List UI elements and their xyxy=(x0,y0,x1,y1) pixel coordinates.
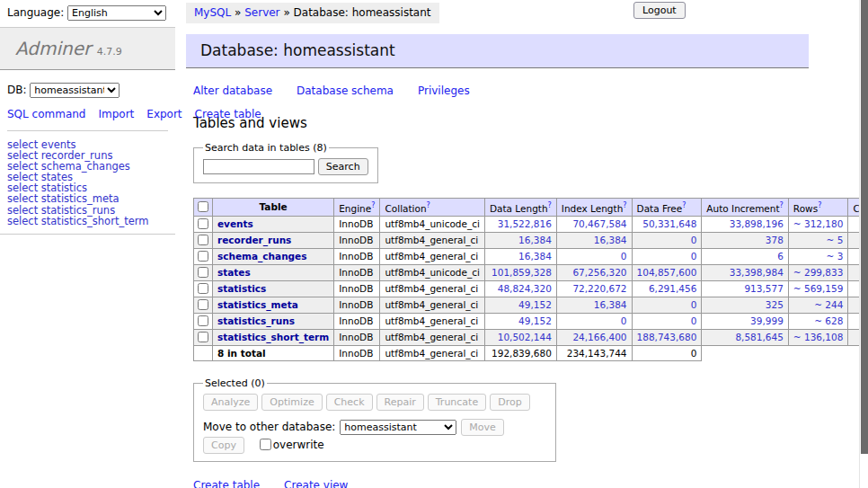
data-length-link[interactable]: 49,152 xyxy=(518,315,552,326)
copy-button[interactable]: Copy xyxy=(203,437,244,454)
auto-increment-link[interactable]: 33,898,196 xyxy=(730,218,784,229)
overwrite-checkbox[interactable] xyxy=(260,439,271,450)
row-checkbox[interactable] xyxy=(198,283,208,294)
link-database-schema[interactable]: Database schema xyxy=(297,84,394,97)
row-checkbox[interactable] xyxy=(198,267,208,278)
data-free-link[interactable]: 104,857,600 xyxy=(637,267,697,278)
select-all-checkbox[interactable] xyxy=(198,201,208,212)
help-link-index-length[interactable]: ? xyxy=(623,201,626,209)
auto-increment-link[interactable]: 6 xyxy=(777,251,784,262)
data-free-link[interactable]: 6,291,456 xyxy=(649,283,696,294)
data-free-link[interactable]: 0 xyxy=(691,235,697,245)
index-length-link[interactable]: 72,220,672 xyxy=(572,283,626,294)
truncate-button[interactable]: Truncate xyxy=(428,394,486,411)
collation-cell: utf8mb4_general_ci xyxy=(380,232,484,248)
rows-count-link[interactable]: ~ 312,180 xyxy=(793,218,844,229)
table-link-recorder-runs[interactable]: recorder_runs xyxy=(217,235,291,245)
language-select[interactable]: English xyxy=(67,5,166,21)
index-length-link[interactable]: 16,384 xyxy=(594,235,627,245)
link-create-view[interactable]: Create view xyxy=(284,479,348,488)
link-alter-database[interactable]: Alter database xyxy=(193,84,272,97)
search-button[interactable]: Search xyxy=(318,158,368,175)
scrollbar-thumb[interactable] xyxy=(861,0,868,454)
auto-increment-link[interactable]: 39,999 xyxy=(750,315,784,326)
db-label: DB: xyxy=(7,84,27,96)
breadcrumb-mysql-link[interactable]: MySQL xyxy=(194,6,231,19)
move-db-select[interactable]: homeassistant xyxy=(340,420,456,435)
index-length-link[interactable]: 70,467,584 xyxy=(572,218,626,229)
vertical-scrollbar[interactable] xyxy=(859,0,868,488)
auto-increment-link[interactable]: 33,398,984 xyxy=(730,267,784,278)
link-create-table[interactable]: Create table xyxy=(193,479,260,488)
help-link-data-length[interactable]: ? xyxy=(548,201,552,209)
help-link-auto-increment[interactable]: ? xyxy=(780,201,784,209)
help-link-collation[interactable]: ? xyxy=(427,201,430,209)
sidebar-action-sql-command[interactable]: SQL command xyxy=(7,108,85,120)
data-length-link[interactable]: 49,152 xyxy=(518,299,552,310)
table-link-events[interactable]: events xyxy=(217,218,253,229)
row-checkbox[interactable] xyxy=(198,218,208,229)
rows-count-link[interactable]: ~ 299,833 xyxy=(793,267,844,278)
data-length-link[interactable]: 16,384 xyxy=(518,251,552,262)
table-link-statistics-meta[interactable]: statistics_meta xyxy=(217,299,298,310)
auto-increment-link[interactable]: 913,577 xyxy=(744,283,783,294)
table-link-statistics-short-term[interactable]: statistics_short_term xyxy=(217,332,329,342)
engine-cell: InnoDB xyxy=(334,216,380,232)
data-length-link[interactable]: 10,502,144 xyxy=(498,332,552,342)
search-input[interactable] xyxy=(203,159,314,174)
rows-count-link[interactable]: ~ 569,159 xyxy=(793,283,844,294)
rows-count-link[interactable]: ~ 3 xyxy=(827,251,844,262)
link-privileges[interactable]: Privileges xyxy=(418,84,470,97)
index-length-link[interactable]: 67,256,320 xyxy=(572,267,626,278)
sidebar-action-import[interactable]: Import xyxy=(98,108,134,120)
row-checkbox[interactable] xyxy=(198,251,208,262)
auto-increment-link[interactable]: 378 xyxy=(766,235,784,245)
data-free-link[interactable]: 50,331,648 xyxy=(642,218,696,229)
auto-increment-link[interactable]: 325 xyxy=(766,299,784,310)
repair-button[interactable]: Repair xyxy=(376,394,424,411)
index-length-link[interactable]: 0 xyxy=(621,315,627,326)
index-length-link[interactable]: 16,384 xyxy=(594,299,627,310)
data-free-link[interactable]: 0 xyxy=(691,299,697,310)
table-link-statistics[interactable]: statistics xyxy=(217,283,266,294)
drop-button[interactable]: Drop xyxy=(490,394,529,411)
db-selector-row: DB: homeassistant xyxy=(0,70,175,100)
data-length-link[interactable]: 101,859,328 xyxy=(492,267,552,278)
table-link-statistics-runs[interactable]: statistics_runs xyxy=(217,315,295,326)
help-superscript: ? xyxy=(623,200,626,209)
help-link-rows[interactable]: ? xyxy=(818,201,821,209)
analyze-button[interactable]: Analyze xyxy=(203,394,258,411)
data-length-link[interactable]: 31,522,816 xyxy=(498,218,552,229)
data-free-link[interactable]: 0 xyxy=(691,315,697,326)
move-button[interactable]: Move xyxy=(461,419,504,436)
index-length-link[interactable]: 0 xyxy=(621,251,627,262)
help-link-engine[interactable]: ? xyxy=(371,201,375,209)
logout-button[interactable]: Logout xyxy=(633,2,686,19)
row-checkbox[interactable] xyxy=(198,315,208,326)
rows-count-link[interactable]: ~ 136,108 xyxy=(793,332,844,342)
data-length-link[interactable]: 48,824,320 xyxy=(498,283,552,294)
sidebar-action-create-table[interactable]: Create table xyxy=(195,108,261,120)
table-link-states[interactable]: states xyxy=(217,267,251,278)
data-free-link[interactable]: 188,743,680 xyxy=(637,332,697,342)
auto-increment-link[interactable]: 8,581,645 xyxy=(735,332,783,342)
sidebar-action-export[interactable]: Export xyxy=(146,108,182,120)
help-link-data-free[interactable]: ? xyxy=(682,201,686,209)
index-length-link[interactable]: 24,166,400 xyxy=(572,332,626,342)
sidebar-link-select-statistics-short-term[interactable]: select statistics_short_term xyxy=(7,215,148,227)
row-checkbox[interactable] xyxy=(198,332,208,342)
data-free-link[interactable]: 0 xyxy=(691,251,697,262)
data-length-link[interactable]: 16,384 xyxy=(518,235,552,245)
table-link-schema-changes[interactable]: schema_changes xyxy=(217,251,307,262)
rows-count-link[interactable]: ~ 5 xyxy=(827,235,844,245)
data-length-cell: 31,522,816 xyxy=(484,216,556,232)
overwrite-option[interactable]: overwrite xyxy=(256,439,324,451)
db-select[interactable]: homeassistant xyxy=(30,83,120,98)
check-button[interactable]: Check xyxy=(326,394,373,411)
row-checkbox[interactable] xyxy=(198,299,208,310)
rows-count-link[interactable]: ~ 244 xyxy=(814,299,843,310)
breadcrumb-server-link[interactable]: Server xyxy=(244,6,279,19)
optimize-button[interactable]: Optimize xyxy=(261,394,322,411)
row-checkbox[interactable] xyxy=(198,235,208,245)
rows-count-link[interactable]: ~ 628 xyxy=(814,315,843,326)
